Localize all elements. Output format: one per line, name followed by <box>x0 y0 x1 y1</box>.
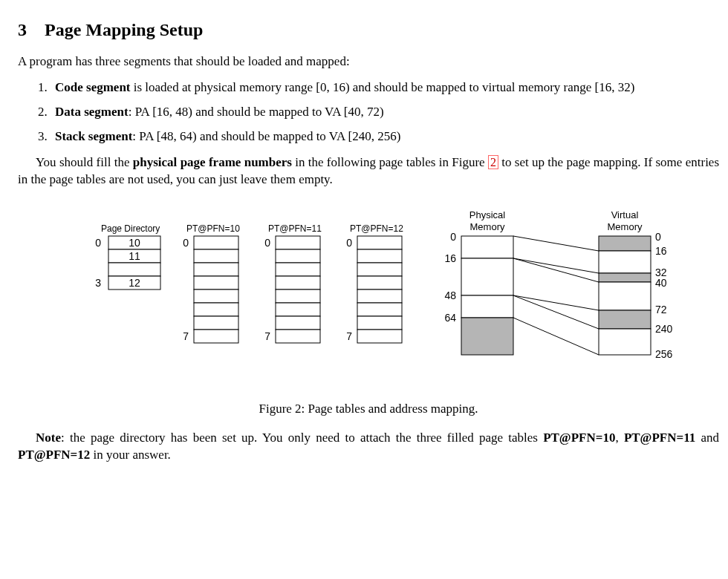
svg-rect-25 <box>357 303 402 316</box>
pt12-title: PT@PFN=12 <box>350 223 403 234</box>
pd-entry-3: 12 <box>129 277 140 289</box>
note-label: Note <box>36 431 61 445</box>
svg-rect-5 <box>194 249 238 263</box>
svg-rect-4 <box>194 236 238 249</box>
pt10-idx-7: 7 <box>183 330 189 342</box>
pd-entry-1: 11 <box>129 250 140 262</box>
pd-entry-0: 10 <box>129 237 140 249</box>
list-item: Data segment: PA [16, 48) and should be … <box>51 104 719 121</box>
pt11-title: PT@PFN=11 <box>268 223 322 234</box>
physical-memory <box>461 236 513 355</box>
note-text: Note: the page directory has been set up… <box>18 430 719 464</box>
svg-line-38 <box>513 236 599 251</box>
note-b1: PT@PFN=10 <box>543 431 615 445</box>
svg-rect-10 <box>194 316 238 330</box>
svg-rect-16 <box>276 290 320 303</box>
list-item: Stack segment: PA [48, 64) and should be… <box>51 128 719 145</box>
pt10-idx-0: 0 <box>183 237 189 249</box>
instr-bold: physical page frame numbers <box>133 155 292 169</box>
list-item: Code segment is loaded at physical memor… <box>51 79 719 96</box>
svg-rect-9 <box>194 303 238 316</box>
svg-rect-29 <box>461 258 513 295</box>
virtual-memory <box>599 236 651 355</box>
svg-rect-18 <box>276 316 320 330</box>
svg-rect-31 <box>461 318 513 355</box>
note-pre: : the page directory has been set up. Yo… <box>61 431 543 445</box>
segment-desc: : PA [48, 64) and should be mapped to VA… <box>132 129 400 143</box>
svg-rect-19 <box>276 330 320 343</box>
svg-rect-7 <box>194 276 238 290</box>
instruction-text: You should fill the physical page frame … <box>18 154 719 189</box>
pm-tick-48: 48 <box>444 290 456 301</box>
note-b2: PT@PFN=11 <box>624 431 695 445</box>
svg-line-39 <box>513 258 599 273</box>
svg-rect-32 <box>599 236 651 251</box>
pm-tick-16: 16 <box>444 252 456 264</box>
section-number: 3 <box>18 18 27 42</box>
intro-text: A program has three segments that should… <box>18 53 719 71</box>
vm-tick-72: 72 <box>655 304 667 315</box>
vm-title2: Memory <box>608 221 643 232</box>
pm-title1: Physical <box>469 209 506 220</box>
vm-tick-16: 16 <box>655 245 667 257</box>
vm-title1: Virtual <box>611 209 639 220</box>
section-heading: 3 Page Mapping Setup <box>18 18 719 42</box>
instr-mid: in the following page tables in Figure <box>292 155 488 169</box>
svg-rect-14 <box>276 263 320 276</box>
vm-tick-256: 256 <box>655 348 673 360</box>
page-directory-table: 10 11 12 <box>108 236 160 290</box>
svg-rect-28 <box>461 236 513 258</box>
vm-tick-0: 0 <box>655 231 661 243</box>
note-b3: PT@PFN=12 <box>18 448 90 462</box>
segment-desc: : PA [16, 48) and should be mapped to VA… <box>129 105 384 119</box>
figure-ref: 2 <box>488 155 498 169</box>
pd-idx-0: 0 <box>95 237 101 249</box>
segment-name: Code segment <box>55 80 131 94</box>
pt10-table <box>194 236 238 343</box>
figure-container: .lbl { font-family: Arial, Helvetica, sa… <box>18 202 719 418</box>
svg-rect-13 <box>276 249 320 263</box>
pm-tick-64: 64 <box>444 312 456 324</box>
segment-list: Code segment is loaded at physical memor… <box>18 79 719 145</box>
instr-pre: You should fill the <box>36 155 133 169</box>
svg-rect-8 <box>194 290 238 303</box>
svg-line-43 <box>513 318 599 355</box>
svg-rect-11 <box>194 330 238 343</box>
svg-rect-12 <box>276 236 320 249</box>
svg-rect-15 <box>276 276 320 290</box>
section-title: Page Mapping Setup <box>45 20 203 39</box>
note-post: in your answer. <box>90 448 171 462</box>
svg-rect-27 <box>357 330 402 343</box>
svg-rect-35 <box>599 282 651 310</box>
svg-rect-2 <box>108 263 160 276</box>
pm-tick-0: 0 <box>450 231 456 243</box>
pt12-table <box>357 236 402 343</box>
pt11-table <box>276 236 320 343</box>
pd-idx-3: 3 <box>95 277 101 289</box>
pt12-idx-7: 7 <box>346 330 352 342</box>
pd-title: Page Directory <box>101 223 160 234</box>
svg-rect-26 <box>357 316 402 330</box>
svg-rect-24 <box>357 290 402 303</box>
svg-rect-34 <box>599 273 651 282</box>
svg-rect-20 <box>357 236 402 249</box>
segment-name: Stack segment <box>55 129 132 143</box>
pt10-title: PT@PFN=10 <box>186 223 240 234</box>
pt11-idx-0: 0 <box>264 237 270 249</box>
mapping-lines <box>513 236 599 355</box>
svg-line-40 <box>513 258 599 282</box>
figure-caption: Figure 2: Page tables and address mappin… <box>18 401 719 418</box>
svg-rect-6 <box>194 263 238 276</box>
pm-title2: Memory <box>470 221 505 232</box>
vm-tick-40: 40 <box>655 277 667 289</box>
svg-rect-36 <box>599 310 651 329</box>
svg-line-41 <box>513 295 599 310</box>
pt12-idx-0: 0 <box>346 237 352 249</box>
svg-rect-22 <box>357 263 402 276</box>
segment-desc: is loaded at physical memory range [0, 1… <box>131 80 635 94</box>
segment-name: Data segment <box>55 105 129 119</box>
svg-rect-21 <box>357 249 402 263</box>
vm-tick-240: 240 <box>655 323 673 335</box>
svg-rect-33 <box>599 251 651 273</box>
svg-rect-37 <box>599 329 651 355</box>
